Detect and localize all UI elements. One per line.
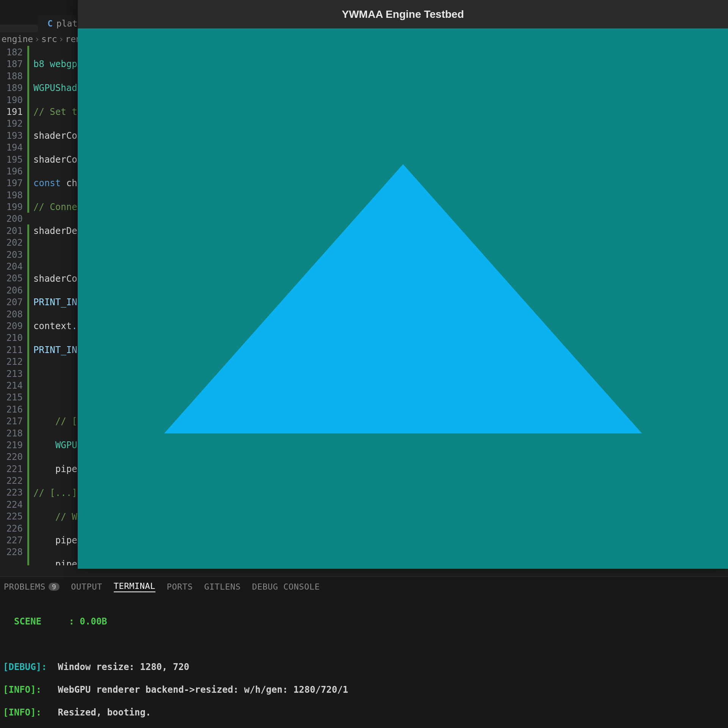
line-number: 192 <box>0 118 27 130</box>
tab-debug-console[interactable]: DEBUG CONSOLE <box>252 581 320 592</box>
line-number: 208 <box>0 309 27 320</box>
line-number: 194 <box>0 142 27 154</box>
tab-problems[interactable]: PROBLEMS 9 <box>4 581 60 592</box>
line-number: 195 <box>0 154 27 166</box>
crumb-src[interactable]: src <box>41 34 57 44</box>
line-number: 213 <box>0 368 27 380</box>
line-number: 219 <box>0 439 27 451</box>
line-number: 187 <box>0 58 27 70</box>
line-number: 216 <box>0 404 27 416</box>
git-mod-segment <box>27 46 29 213</box>
line-number: 189 <box>0 82 27 94</box>
panel-tab-bar: PROBLEMS 9 OUTPUT TERMINAL PORTS GITLENS… <box>0 577 728 597</box>
line-number: 188 <box>0 71 27 82</box>
crumb-engine[interactable]: engine <box>2 34 33 44</box>
line-number: 226 <box>0 523 27 535</box>
git-modified-bar <box>27 46 29 565</box>
app-titlebar[interactable]: YWMAA Engine Testbed <box>78 0 728 28</box>
line-number: 212 <box>0 356 27 368</box>
line-number: 223 <box>0 487 27 499</box>
tab-ports[interactable]: PORTS <box>167 581 193 592</box>
line-number: 198 <box>0 190 27 201</box>
line-number-gutter: 1821871881891901911921931941951961971981… <box>0 46 27 559</box>
line-number: 203 <box>0 249 27 261</box>
problems-count-badge: 9 <box>49 583 60 591</box>
line-number: 214 <box>0 380 27 392</box>
line-number: 201 <box>0 225 27 237</box>
line-number: 182 <box>0 47 27 58</box>
line-number: 206 <box>0 285 27 297</box>
line-number: 193 <box>0 130 27 142</box>
line-number: 205 <box>0 273 27 284</box>
line-number: 215 <box>0 392 27 403</box>
c-file-icon: C <box>47 19 53 28</box>
line-number: 199 <box>0 201 27 213</box>
line-number: 218 <box>0 428 27 439</box>
line-number: 197 <box>0 177 27 189</box>
line-number: 224 <box>0 499 27 511</box>
chevron-right-icon: › <box>35 34 40 44</box>
line-number: 211 <box>0 344 27 356</box>
bottom-panel: PROBLEMS 9 OUTPUT TERMINAL PORTS GITLENS… <box>0 576 728 728</box>
line-number: 191 <box>0 106 27 118</box>
line-number: 190 <box>0 94 27 106</box>
line-number: 196 <box>0 166 27 177</box>
line-number: 209 <box>0 320 27 332</box>
line-number: 222 <box>0 475 27 487</box>
line-number: 200 <box>0 213 27 225</box>
line-number: 217 <box>0 416 27 427</box>
git-mod-segment <box>27 224 29 565</box>
line-number: 225 <box>0 511 27 522</box>
app-title: YWMAA Engine Testbed <box>342 8 464 20</box>
app-window[interactable]: YWMAA Engine Testbed <box>78 0 728 569</box>
terminal-content[interactable]: SCENE : 0.00B [DEBUG]: Window resize: 12… <box>0 597 728 728</box>
tab-gitlens[interactable]: GITLENS <box>204 581 241 592</box>
app-viewport[interactable] <box>78 28 728 569</box>
line-number: 202 <box>0 237 27 249</box>
tab-output[interactable]: OUTPUT <box>71 581 102 592</box>
line-number: 221 <box>0 463 27 475</box>
chevron-right-icon: › <box>59 34 64 44</box>
line-number: 228 <box>0 546 27 558</box>
line-number: 220 <box>0 451 27 463</box>
line-number: 204 <box>0 261 27 273</box>
line-number: 207 <box>0 297 27 308</box>
tab-terminal[interactable]: TERMINAL <box>114 581 155 592</box>
rendered-triangle <box>164 164 642 433</box>
line-number: 210 <box>0 332 27 344</box>
line-number: 227 <box>0 535 27 546</box>
